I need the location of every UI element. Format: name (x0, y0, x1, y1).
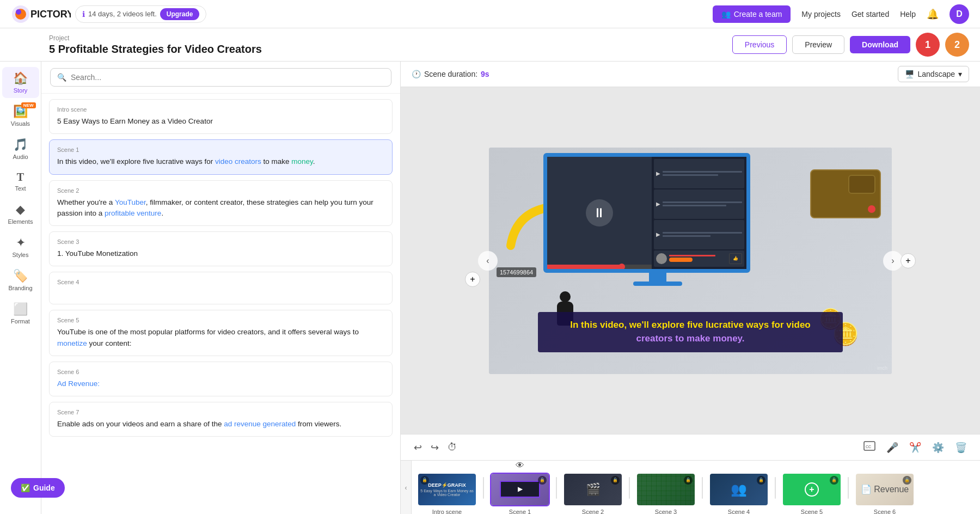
timeline-label-scene6: Scene 6 (874, 509, 896, 515)
guide-button[interactable]: ✅ Guide (11, 478, 65, 498)
scene-2-card[interactable]: Scene 2 Whether you're a YouTuber, filmm… (49, 180, 393, 227)
video-next-arrow[interactable]: › (883, 251, 903, 271)
pictory-logo[interactable]: PICTORY (11, 4, 71, 24)
scene-7-card[interactable]: Scene 7 Enable ads on your videos and ea… (49, 402, 393, 437)
step-1-circle[interactable]: 1 (916, 33, 940, 57)
sidebar-item-branding[interactable]: 🏷️ Branding (2, 265, 39, 296)
sidebar-item-text[interactable]: T Text (2, 167, 39, 196)
timeline-thumb-scene5[interactable]: + 🔒 (782, 473, 842, 506)
project-title: 5 Profitable Strategies for Video Creato… (49, 43, 262, 56)
logo-area: PICTORY ℹ 14 days, 2 videos left. Upgrad… (11, 4, 206, 24)
number-overlay: 1574699864 (497, 267, 536, 277)
undo-button[interactable]: ↩ (412, 439, 424, 456)
search-bar-wrap: 🔍 (41, 62, 400, 94)
format-icon: ⬜ (13, 302, 28, 316)
avatar[interactable]: D (950, 4, 969, 24)
scene-1-card[interactable]: Scene 1 In this video, we'll explore fiv… (49, 139, 393, 174)
timeline-scene-5[interactable]: + 🔒 Scene 5 (782, 461, 842, 514)
sidebar: 🏠 Story NEW 🖼️ Visuals 🎵 Audio T Text ◆ … (0, 62, 41, 514)
sidebar-item-elements[interactable]: ◆ Elements (2, 198, 39, 229)
timeline-scene-6[interactable]: 📄 Revenue 🔒 Scene 6 (855, 461, 915, 514)
thumb-scene4-icon: 👥 (731, 482, 747, 497)
wallet-illustration (810, 169, 881, 218)
ts-divider-3 (625, 471, 634, 505)
scene-6-card[interactable]: Scene 6 Ad Revenue: (49, 362, 393, 396)
ts-divider-2 (552, 471, 561, 505)
timeline-thumb-scene3[interactable]: 🔒 (636, 473, 696, 506)
timeline-thumb-scene6[interactable]: 📄 Revenue 🔒 (855, 473, 915, 506)
scene-1-highlight-money: money (291, 157, 313, 166)
previous-button[interactable]: Previous (732, 35, 787, 54)
scene-3-card[interactable]: Scene 3 1. YouTube Monetization (49, 231, 393, 266)
monitor-screen: ⏸ ▶ (543, 153, 750, 273)
pause-button[interactable]: ⏸ (586, 199, 613, 227)
scene-1-highlight-video-creators: video creators (215, 157, 261, 166)
help-link[interactable]: Help (900, 10, 916, 19)
timeline-scene-2[interactable]: 🎬 🔒 Scene 2 (563, 461, 623, 514)
add-scene-left-button[interactable]: + (465, 272, 480, 287)
upgrade-button[interactable]: Upgrade (160, 8, 200, 20)
search-input[interactable] (71, 73, 384, 82)
scene-7-text: Enable ads on your videos and earn a sha… (57, 419, 384, 430)
sidebar-item-audio[interactable]: 🎵 Audio (2, 133, 39, 164)
microphone-button[interactable]: 🎤 (884, 439, 901, 456)
top-navigation: PICTORY ℹ 14 days, 2 videos left. Upgrad… (0, 0, 980, 28)
scene-duration: 🕐 Scene duration: 9s (412, 70, 489, 78)
notification-bell-icon[interactable]: 🔔 (927, 8, 939, 20)
story-icon: 🏠 (13, 71, 28, 85)
timeline-scene-4[interactable]: 👥 🔒 Scene 4 (709, 461, 769, 514)
video-prev-arrow[interactable]: ‹ (478, 251, 498, 271)
preview-button[interactable]: Preview (792, 35, 844, 54)
intro-scene-card[interactable]: Intro scene 5 Easy Ways to Earn Money as… (49, 99, 393, 134)
sidebar-item-styles[interactable]: ✦ Styles (2, 231, 39, 262)
timeline-toggle[interactable]: ‹ (401, 461, 412, 514)
step-2-circle[interactable]: 2 (945, 33, 969, 57)
profile-avatar (656, 253, 667, 264)
thumb-scene6-text: 📄 Revenue (859, 482, 911, 497)
timeline-scene-3[interactable]: 🔒 Scene 3 (636, 461, 696, 514)
timeline-intro-scene[interactable]: DEEP⚡GRAFIX 5 Easy Ways to Earn Money as… (417, 461, 477, 514)
timeline-label-scene5: Scene 5 (801, 509, 823, 515)
search-icon: 🔍 (57, 73, 66, 82)
subtitle-highlight-video: video (786, 320, 810, 330)
timeline-thumb-scene1[interactable]: ▶ 🔒 (490, 473, 550, 506)
sidebar-item-visuals[interactable]: NEW 🖼️ Visuals (2, 100, 39, 131)
video-preview-area: ⏸ ▶ (401, 87, 980, 434)
landscape-selector[interactable]: 🖥️ Landscape ▾ (898, 66, 969, 82)
timeline-thumb-intro[interactable]: DEEP⚡GRAFIX 5 Easy Ways to Earn Money as… (417, 473, 477, 506)
profile-line-red (669, 255, 715, 256)
scene-1-text: In this video, we'll explore five lucrat… (57, 156, 384, 167)
scene-6-highlight-ad-revenue: Ad Revenue: (57, 380, 100, 388)
download-button[interactable]: Download (850, 36, 910, 53)
timer-button[interactable]: ⏱ (445, 439, 460, 455)
sidebar-item-story[interactable]: 🏠 Story (2, 67, 39, 98)
ctrl-left: ↩ ↪ ⏱ (412, 439, 460, 456)
caption-button[interactable]: CC (861, 439, 878, 456)
video-toolbar: 🕐 Scene duration: 9s 🖥️ Landscape ▾ (401, 62, 980, 87)
landscape-icon: 🖥️ (905, 70, 914, 78)
thumb-scene1-play: ▶ (518, 485, 523, 493)
scene-duration-label: Scene duration: (424, 70, 477, 78)
header-actions: Previous Preview Download 1 2 (732, 33, 969, 57)
scene-4-card[interactable]: Scene 4 (49, 272, 393, 304)
trial-text: 14 days, 2 videos left. (88, 10, 157, 18)
add-scene-right-button[interactable]: + (901, 253, 916, 268)
scene-5-card[interactable]: Scene 5 YouTube is one of the most popul… (49, 310, 393, 356)
video-canvas: ⏸ ▶ (489, 148, 892, 374)
scene-7-highlight-ad-revenue: ad revenue generated (224, 420, 296, 428)
delete-button[interactable]: 🗑️ (953, 439, 969, 456)
ts-divider-1 (479, 471, 488, 505)
create-team-button[interactable]: 👥 Create a team (713, 5, 791, 23)
intro-scene-text: 5 Easy Ways to Earn Money as a Video Cre… (57, 116, 384, 127)
scissors-button[interactable]: ✂️ (907, 439, 923, 456)
timeline-thumb-scene2[interactable]: 🎬 🔒 (563, 473, 623, 506)
get-started-link[interactable]: Get started (852, 10, 889, 19)
plus-button-scene5[interactable]: + (805, 482, 819, 497)
timeline-thumb-scene4[interactable]: 👥 🔒 (709, 473, 769, 506)
my-projects-link[interactable]: My projects (801, 10, 841, 19)
timeline-scene-1[interactable]: 👁 ▶ 🔒 Scene 1 (490, 461, 550, 514)
settings-button[interactable]: ⚙️ (930, 439, 946, 456)
redo-button[interactable]: ↪ (428, 439, 441, 456)
sidebar-item-format[interactable]: ⬜ Format (2, 298, 39, 329)
subtitle-text: In this video, we'll explore five lucrat… (548, 319, 833, 345)
